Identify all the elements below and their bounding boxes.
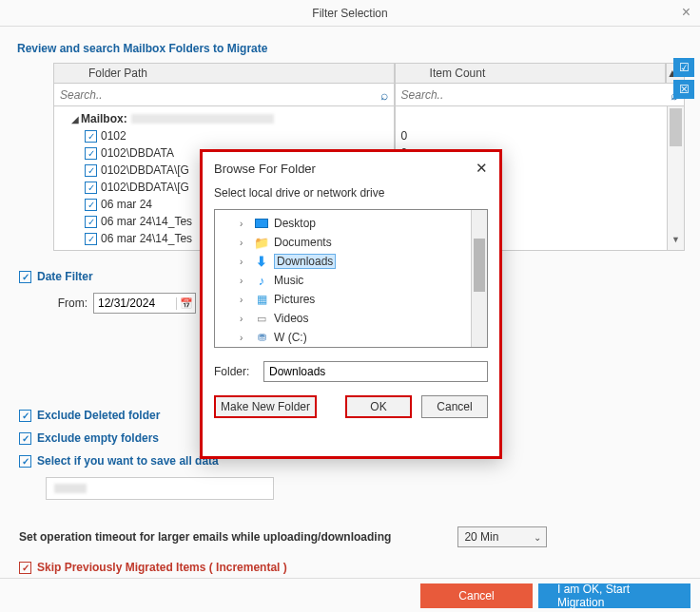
checkbox-icon: ✓ (19, 455, 31, 468)
timeout-select[interactable]: 20 Min ⌄ (457, 526, 547, 547)
drive-item-w-c-[interactable]: ›⛃W (C:) (217, 328, 469, 347)
close-icon[interactable]: × (682, 4, 690, 21)
expand-icon[interactable]: › (240, 333, 253, 343)
pic-icon: ▦ (253, 293, 270, 306)
folder-label: 0102\DBDATA (101, 146, 174, 160)
expand-icon[interactable]: › (240, 257, 253, 267)
expand-icon[interactable]: › (240, 295, 253, 305)
timeout-row: Set operation timeout for larger emails … (19, 526, 685, 547)
checkbox-icon[interactable]: ✓ (85, 250, 97, 252)
chevron-down-icon[interactable]: ⌄ (534, 532, 541, 543)
music-icon: ♪ (253, 274, 270, 287)
checkbox-icon: ✓ (19, 562, 31, 574)
checkbox-icon[interactable]: ✓ (85, 147, 97, 160)
dialog-cancel-button[interactable]: Cancel (421, 395, 488, 418)
dialog-title: Browse For Folder (214, 162, 316, 176)
down-icon: ⬇ (253, 255, 270, 268)
checkbox-icon: ✓ (19, 410, 31, 422)
column-header-count[interactable]: Item Count (395, 63, 666, 84)
drive-label: Pictures (274, 293, 315, 306)
from-label: From: (48, 296, 88, 310)
checkbox-icon: ✓ (19, 432, 31, 445)
vertical-scrollbar[interactable]: ▼ (668, 106, 685, 251)
drive-item-documents[interactable]: ›📁Documents (217, 233, 469, 252)
folder-label: 0102 (101, 129, 126, 143)
drive-item-videos[interactable]: ›▭Videos (217, 309, 469, 328)
browse-folder-dialog: Browse For Folder ✕ Select local drive o… (200, 149, 502, 459)
scroll-down-icon[interactable]: ▼ (668, 235, 684, 250)
window-title: Filter Selection (312, 7, 387, 20)
footer: Cancel I am OK, Start Migration (0, 578, 700, 612)
folder-label: 0102\DBDATA\[G (101, 181, 189, 194)
checkbox-icon: ✓ (19, 271, 31, 283)
drive-item-desktop[interactable]: ›Desktop (217, 214, 469, 233)
deselect-all-button[interactable]: ☒ (673, 80, 694, 99)
expand-icon[interactable]: › (240, 276, 253, 286)
dialog-scrollbar[interactable] (471, 210, 487, 347)
table-row[interactable]: ✓0102 (58, 127, 390, 144)
drive-label: W (C:) (274, 331, 307, 344)
mailbox-row[interactable]: ◢ Mailbox: (58, 110, 390, 127)
expand-icon[interactable]: › (240, 238, 253, 248)
drive-item-downloads[interactable]: ›⬇Downloads (217, 252, 469, 271)
column-header-path[interactable]: Folder Path (53, 63, 395, 84)
start-migration-button[interactable]: I am OK, Start Migration (538, 583, 690, 608)
drive-tree[interactable]: ›Desktop›📁Documents›⬇Downloads›♪Music›▦P… (214, 209, 488, 348)
drive-label: Desktop (274, 217, 316, 230)
date-from-input[interactable]: 📅 (93, 293, 196, 314)
search-path-input[interactable] (54, 86, 394, 104)
drive-item-music[interactable]: ›♪Music (217, 271, 469, 290)
dialog-subtitle: Select local drive or network drive (203, 181, 499, 209)
section-heading: Review and search Mailbox Folders to Mig… (17, 42, 685, 55)
checkbox-icon[interactable]: ✓ (85, 164, 97, 177)
mailbox-address-redacted (131, 114, 274, 124)
date-from-field[interactable] (94, 296, 176, 310)
save-path-box[interactable] (46, 477, 274, 500)
skip-previous-checkbox[interactable]: ✓ Skip Previously Migrated Items ( Incre… (19, 561, 685, 574)
search-count-input[interactable] (396, 86, 684, 104)
drive-label: Documents (274, 236, 332, 249)
select-all-button[interactable]: ☑ (673, 58, 694, 77)
cancel-button[interactable]: Cancel (420, 583, 533, 608)
checkbox-icon[interactable]: ✓ (85, 233, 97, 245)
vid-icon: ▭ (253, 312, 270, 325)
folder-label: 06 mar 24\14_Tes (101, 232, 192, 245)
drive-label: Downloads (274, 254, 336, 269)
search-path[interactable]: ⌕ (53, 84, 395, 106)
folder-icon: 📁 (253, 236, 270, 249)
drive-item-pictures[interactable]: ›▦Pictures (217, 290, 469, 309)
caret-icon[interactable]: ◢ (69, 114, 81, 124)
search-icon[interactable]: ⌕ (380, 87, 388, 103)
folder-label: 06 mar 24\14_Tes (101, 249, 192, 251)
scrollbar-thumb[interactable] (474, 239, 485, 292)
desktop-icon (253, 217, 270, 230)
titlebar: Filter Selection × (0, 0, 700, 27)
dialog-titlebar: Browse For Folder ✕ (203, 152, 499, 181)
checkbox-icon[interactable]: ✓ (85, 130, 97, 143)
scrollbar-thumb[interactable] (670, 108, 682, 146)
folder-name-input[interactable] (263, 361, 488, 382)
drive-label: Videos (274, 312, 308, 325)
make-new-folder-button[interactable]: Make New Folder (214, 395, 317, 418)
search-count[interactable]: ⌕ (395, 84, 685, 106)
expand-icon[interactable]: › (240, 219, 253, 229)
folder-label: 0102\DBDATA\[G (101, 163, 189, 177)
expand-icon[interactable]: › (240, 314, 253, 324)
drive-icon: ⛃ (253, 331, 270, 344)
save-path-redacted (54, 484, 87, 493)
folder-input-row: Folder: (214, 361, 488, 382)
dialog-close-icon[interactable]: ✕ (476, 160, 488, 177)
count-value: 0 (401, 127, 663, 144)
calendar-icon[interactable]: 📅 (176, 297, 195, 310)
folder-label: 06 mar 24\14_Tes (101, 215, 192, 228)
ok-button[interactable]: OK (345, 395, 412, 418)
checkbox-icon[interactable]: ✓ (85, 216, 97, 228)
drive-label: Music (274, 274, 303, 287)
folder-label: 06 mar 24 (101, 198, 152, 211)
checkbox-icon[interactable]: ✓ (85, 182, 97, 194)
checkbox-icon[interactable]: ✓ (85, 199, 97, 211)
